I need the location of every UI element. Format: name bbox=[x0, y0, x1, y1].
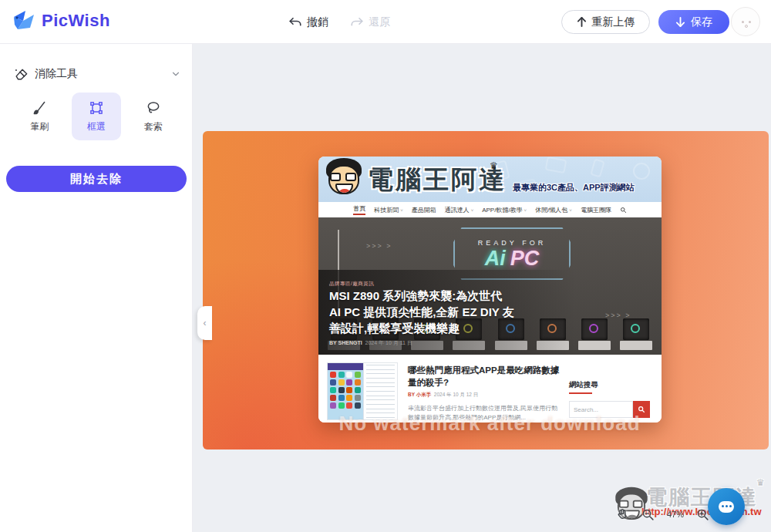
site-nav-item: 首頁 bbox=[353, 204, 365, 215]
site-nav-item: 科技新聞˅ bbox=[374, 206, 403, 214]
tool-brush-label: 筆刷 bbox=[30, 120, 49, 133]
picwish-app: PicWish 撤銷 還原 重新上傳 bbox=[0, 0, 771, 532]
hero-title-line2: AI PC 提供頂尖性能,全新 EZ DIY 友 bbox=[329, 304, 514, 320]
thumb-table-row bbox=[366, 409, 395, 409]
caret-down-icon: ˅ bbox=[400, 208, 403, 213]
marquee-select-icon bbox=[89, 100, 104, 116]
screenshot-site-card: 電腦王阿達 ♛ 最專業的3C產品、APP評測網站 首頁科技新聞˅產品開箱通訊達人… bbox=[318, 157, 662, 423]
start-erase-label: 開始去除 bbox=[70, 172, 123, 187]
lasso-icon bbox=[146, 100, 161, 116]
erase-panel-title: 消除工具 bbox=[35, 67, 78, 81]
redo-label: 還原 bbox=[369, 15, 390, 29]
site-nav-item: APP/軟體/教學˅ bbox=[482, 206, 527, 214]
tools-sidebar: 消除工具 筆刷 bbox=[0, 44, 193, 532]
site-search-icon bbox=[620, 207, 627, 214]
site-mascot-face bbox=[323, 158, 365, 200]
sidebar-collapse-handle[interactable]: ‹ bbox=[197, 306, 212, 340]
thumb-app-icon bbox=[338, 395, 345, 401]
support-chat-button[interactable] bbox=[708, 488, 745, 525]
magic-eraser-icon bbox=[14, 67, 29, 82]
start-erase-button[interactable]: 開始去除 bbox=[6, 166, 187, 192]
site-nav-item: 休閒/懶人包˅ bbox=[535, 206, 572, 214]
chevron-left-icon: ‹ bbox=[204, 318, 207, 328]
download-arrow-icon bbox=[675, 16, 685, 28]
hero-title-line3: 善設計,輕鬆享受裝機樂趣 bbox=[329, 320, 514, 336]
hero-byline: BY SHENGTI 2024 年 10 月 11 日 bbox=[329, 339, 514, 347]
picwish-logo[interactable]: PicWish bbox=[12, 9, 110, 32]
thumb-app-icon bbox=[338, 379, 345, 386]
thumb-app-icon bbox=[355, 395, 361, 401]
save-button[interactable]: 保存 bbox=[658, 10, 729, 34]
site-nav-item: 通訊達人˅ bbox=[445, 206, 474, 214]
thumb-table-row bbox=[366, 386, 395, 387]
hero-article-title-block: 品牌專區/廠商資訊 MSI Z890 系列強勢來襲:為次世代 AI PC 提供頂… bbox=[329, 281, 514, 347]
site-nav-item: 產品開箱 bbox=[412, 206, 436, 214]
site-nav-bar: 首頁科技新聞˅產品開箱通訊達人˅APP/軟體/教學˅休閒/懶人包˅電腦王團隊 bbox=[318, 202, 662, 217]
article-byline: BY 小米手 2024 年 10 月 12 日 bbox=[408, 392, 561, 399]
thumb-app-icon bbox=[355, 379, 361, 386]
reupload-button[interactable]: 重新上傳 bbox=[561, 10, 650, 34]
hero-title-line1: MSI Z890 系列強勢來襲:為次世代 bbox=[329, 288, 514, 304]
redo-button[interactable]: 還原 bbox=[350, 0, 390, 44]
save-label: 保存 bbox=[691, 15, 712, 29]
hero-category-tag: 品牌專區/廠商資訊 bbox=[329, 281, 514, 288]
editor-canvas: ‹ 電腦王阿達 ♛ 最專業的3C產品、APP評測網站 bbox=[193, 44, 771, 532]
thumb-table-row bbox=[366, 373, 395, 374]
tool-brush[interactable]: 筆刷 bbox=[15, 93, 64, 140]
tool-lasso[interactable]: 套索 bbox=[129, 93, 178, 140]
thumb-app-icon bbox=[330, 372, 336, 378]
thumb-table-row bbox=[366, 365, 395, 365]
site-nav-item: 電腦王團隊 bbox=[581, 206, 611, 214]
erase-panel-header[interactable]: 消除工具 bbox=[14, 66, 181, 82]
thumb-app-icon bbox=[330, 387, 336, 393]
thumb-app-icon bbox=[346, 402, 352, 409]
thumb-table-row bbox=[366, 404, 395, 405]
site-logo-text: 電腦王阿達 ♛ bbox=[368, 163, 507, 197]
zoom-toolbar: 47% bbox=[615, 505, 709, 524]
tool-marquee-label: 框選 bbox=[87, 120, 106, 133]
reupload-label: 重新上傳 bbox=[592, 15, 635, 29]
thumb-app-icon bbox=[338, 372, 345, 378]
thumb-app-icon bbox=[330, 395, 336, 401]
brand-name: PicWish bbox=[42, 11, 110, 31]
thumb-app-icon bbox=[330, 402, 336, 409]
thumb-table-row bbox=[366, 391, 395, 392]
thumb-app-icon bbox=[355, 402, 361, 409]
site-search-label: 網站搜尋 bbox=[569, 380, 598, 390]
thumb-table-row bbox=[366, 399, 395, 400]
thumb-app-icon bbox=[346, 395, 352, 401]
hero-article-image: >>> > READY FOR AiPC >>> > 品牌專區/廠商資訊 MSI… bbox=[318, 217, 662, 355]
tool-marquee[interactable]: 框選 bbox=[72, 93, 121, 140]
caret-down-icon: ˅ bbox=[471, 208, 474, 213]
hero-arrows-left: >>> > bbox=[366, 242, 392, 250]
caret-down-icon: ˅ bbox=[569, 208, 572, 213]
redo-icon bbox=[350, 15, 364, 29]
site-tagline: 最專業的3C產品、APP評測網站 bbox=[513, 182, 635, 194]
thumb-app-icon bbox=[355, 387, 361, 393]
thumb-app-icon bbox=[330, 379, 336, 386]
site-nav: 首頁科技新聞˅產品開箱通訊達人˅APP/軟體/教學˅休閒/懶人包˅電腦王團隊 bbox=[353, 204, 611, 215]
thumb-app-icon bbox=[346, 379, 352, 386]
thumb-app-icon bbox=[346, 387, 352, 393]
caret-down-icon: ˅ bbox=[524, 208, 527, 213]
tool-group: 筆刷 框選 bbox=[0, 93, 193, 140]
tool-lasso-label: 套索 bbox=[144, 120, 163, 133]
zoom-out-button[interactable] bbox=[641, 508, 655, 521]
thumb-table-row bbox=[366, 382, 395, 383]
brush-icon bbox=[32, 100, 47, 116]
crown-icon: ♛ bbox=[490, 160, 500, 171]
thumb-table-row bbox=[366, 378, 395, 379]
pan-hand-button[interactable] bbox=[615, 507, 629, 521]
picwish-logo-icon bbox=[12, 9, 35, 32]
thumb-table-row bbox=[366, 396, 395, 396]
upload-arrow-icon bbox=[577, 16, 587, 28]
chevron-down-icon[interactable] bbox=[170, 69, 181, 79]
thumb-app-icon bbox=[338, 402, 345, 409]
thumb-table-row bbox=[366, 369, 395, 370]
article-title: 哪些熱門應用程式APP是最吃網路數據量的殺手? bbox=[408, 364, 561, 389]
thumb-app-icon bbox=[338, 387, 345, 393]
undo-button[interactable]: 撤銷 bbox=[288, 0, 328, 44]
top-toolbar: PicWish 撤銷 還原 重新上傳 bbox=[0, 0, 771, 44]
account-mascot-avatar[interactable] bbox=[731, 7, 760, 36]
site-banner: 電腦王阿達 ♛ 最專業的3C產品、APP評測網站 bbox=[318, 157, 662, 202]
